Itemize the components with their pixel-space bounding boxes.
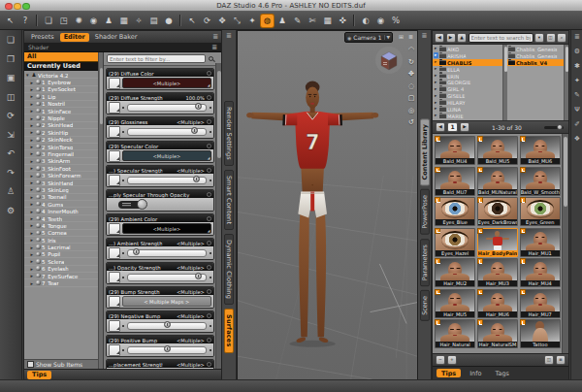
texture-map-button[interactable] (109, 344, 120, 356)
surface-item-3-skinforearm[interactable]: ▸3_SkinForearm (24, 172, 98, 179)
zoom-button[interactable] (22, 3, 30, 11)
property-list-scrollbar[interactable] (215, 63, 221, 369)
color-swatch[interactable]: <Multiple> (122, 223, 211, 234)
show-sub-items-row[interactable]: Show Sub Items (24, 359, 98, 369)
expand-arrow-icon[interactable]: ▸ (31, 258, 35, 264)
folder-georgie[interactable]: ▸GEORGIE (433, 79, 502, 85)
expand-arrow-icon[interactable]: ▸ (31, 230, 35, 236)
create-node-icon[interactable]: ✧ (133, 15, 146, 27)
property-slider[interactable] (127, 346, 207, 354)
expand-arrow-icon[interactable]: ▸ (31, 108, 35, 114)
expand-arrow-icon[interactable]: ▸ (31, 266, 35, 272)
subfolder-chablis-genesis-1[interactable]: Chablis_Genesis 1 (507, 52, 564, 59)
pane-menu-icon[interactable]: ≣ (422, 32, 428, 41)
revert-icon[interactable]: ⟳ (4, 110, 17, 122)
slider-knob[interactable] (557, 124, 563, 130)
expand-arrow-icon[interactable]: ▸ (31, 245, 35, 250)
smart-content-icon[interactable]: ✱ (574, 62, 580, 71)
redo-icon[interactable]: ↷ (4, 167, 17, 180)
filter-all-row[interactable]: All (24, 52, 98, 62)
subfolder-list-scrollbar[interactable] (564, 45, 568, 120)
display-toggle-button[interactable]: ◫ (546, 33, 556, 43)
create-plane-icon[interactable]: ▤ (147, 15, 160, 27)
expand-arrow-icon[interactable]: ▸ (31, 158, 35, 164)
expand-arrow-icon[interactable]: ▸ (434, 73, 438, 79)
expand-arrow-icon[interactable]: ▸ (31, 137, 35, 143)
expand-arrow-icon[interactable]: ▸ (31, 144, 35, 149)
surface-item-3-toenail[interactable]: ▸3_Toenail (24, 194, 98, 201)
expand-arrow-icon[interactable]: ▸ (31, 150, 35, 156)
render-settings-icon[interactable]: % (390, 15, 403, 27)
surface-item-2-skintorso[interactable]: ▸2_SkinTorso (24, 144, 98, 150)
texture-map-button[interactable] (109, 369, 120, 370)
thumbnail-bald-mu7[interactable]: Bald_MU7 (435, 167, 475, 196)
dock-tab-scene[interactable]: Scene (420, 290, 430, 321)
subfolder-chablis-v4[interactable]: Chablis_V4 (507, 59, 564, 66)
branch-icon[interactable]: Ψ (574, 106, 580, 114)
property-settings-icon[interactable] (207, 95, 211, 100)
texture-map-button[interactable] (109, 175, 120, 186)
expand-arrow-icon[interactable]: ▸ (31, 129, 35, 135)
expand-arrow-icon[interactable]: ▸ (434, 113, 438, 118)
property-slider[interactable] (127, 177, 207, 184)
sort-menu-button[interactable]: ≣ (556, 355, 566, 365)
property-settings-icon[interactable] (207, 265, 211, 270)
surface-item-3-skinhand[interactable]: ▸3_SkinHand (24, 180, 98, 186)
content-search-input[interactable] (469, 33, 534, 43)
search-button[interactable]: ⌕ (557, 33, 566, 43)
color-swatch[interactable]: <Multiple> (122, 150, 211, 161)
expand-arrow-icon[interactable]: ▸ (434, 100, 438, 106)
surface-item-1-nostril[interactable]: ▸1_Nostril (24, 101, 98, 108)
gear-icon[interactable]: ⚙ (574, 48, 580, 56)
expand-arrow-icon[interactable]: ▸ (31, 251, 35, 257)
pane-menu-icon[interactable]: ≣ (211, 44, 217, 51)
zoom-out-button[interactable]: − (436, 355, 445, 365)
prev-page-button[interactable]: ◀ (436, 122, 445, 132)
recent-files-icon[interactable]: ▣ (4, 72, 17, 84)
grid-snap-icon[interactable]: ▦ (321, 15, 334, 27)
show-sub-items-checkbox[interactable] (27, 361, 34, 368)
surface-item-2-skinhead[interactable]: ▸2_SkinHead (24, 122, 98, 129)
texture-map-button[interactable] (109, 78, 120, 89)
view-mode-button[interactable]: ◫ (544, 355, 554, 365)
search-icon[interactable] (208, 55, 214, 62)
property-slider[interactable] (127, 274, 207, 281)
dock-tab-parameters[interactable]: Parameters (420, 239, 430, 286)
slider-knob[interactable] (195, 273, 202, 279)
tips-button[interactable]: Tips (27, 371, 51, 379)
expand-arrow-icon[interactable]: ▸ (31, 280, 35, 286)
geometry-editor-icon[interactable]: ✎ (291, 15, 304, 27)
thumbnail-bald-munatural[interactable]: Bald_MUNatural (477, 167, 518, 196)
surface-item-1-skinface[interactable]: ▸1_SkinFace (24, 108, 98, 114)
property-settings-icon[interactable] (207, 71, 211, 76)
surface-item-5-lacrimal[interactable]: ▸5_Lacrimal (24, 244, 98, 250)
pin-icon[interactable]: ✦ (574, 77, 580, 85)
surface-item-5-cornea[interactable]: ▸5_Cornea (24, 230, 98, 237)
create-camera-icon[interactable]: ◉ (87, 15, 100, 27)
close-button[interactable] (5, 3, 13, 11)
thumbnail-size-slider[interactable] (544, 126, 564, 129)
active-pose-tool-icon[interactable]: ✦ (246, 15, 259, 27)
thumbnail-eyes-blue[interactable]: Eyes_Blue (435, 197, 475, 226)
thumbnail-bald-w-smooth[interactable]: Bald_W_Smooth (520, 167, 561, 196)
expand-arrow-icon[interactable]: ▸ (31, 115, 35, 121)
property-slider[interactable] (127, 104, 207, 112)
tab-presets[interactable]: Presets (27, 33, 58, 42)
expand-arrow-icon[interactable]: ▸ (31, 237, 35, 243)
pane-menu-icon[interactable]: ≣ (574, 33, 580, 42)
folder-marie[interactable]: ▸MARIE (433, 113, 502, 119)
folder-ella[interactable]: ▸ELLA (433, 66, 502, 73)
dock-tab-surfaces[interactable]: Surfaces (224, 309, 234, 352)
slider-knob[interactable] (191, 127, 198, 134)
property-slider[interactable] (127, 322, 207, 330)
property-toggle[interactable] (118, 201, 144, 209)
open-file-icon[interactable]: ❐ (4, 53, 17, 66)
surface-item-5-iris[interactable]: ▸5_Iris (24, 237, 98, 244)
property-slider[interactable] (127, 128, 207, 136)
aim-icon[interactable]: ◎ (406, 107, 416, 115)
new-file-icon[interactable]: ❏ (4, 34, 17, 47)
expand-arrow-icon[interactable]: ▸ (434, 80, 438, 85)
create-sphere-icon[interactable]: ● (163, 15, 176, 27)
nav-back-button[interactable]: ◀ (435, 33, 444, 43)
thumbnail-bald-mu6[interactable]: Bald_MU6 (520, 136, 561, 165)
